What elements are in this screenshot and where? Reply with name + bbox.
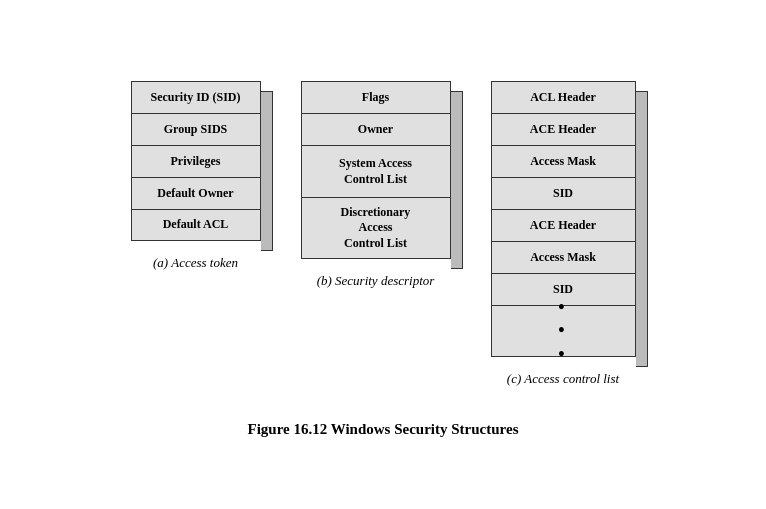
block-row: ACE Header [491,209,636,241]
block-wrapper-access-control-list: ACL HeaderACE HeaderAccess MaskSIDACE He… [491,81,636,357]
diagram-caption: (a) Access token [153,255,238,271]
block-row: Default ACL [131,209,261,241]
block-row: Security ID (SID) [131,81,261,113]
diagrams-row: Security ID (SID)Group SIDSPrivilegesDef… [131,71,636,387]
diagram-security-descriptor: FlagsOwnerSystem AccessControl ListDiscr… [301,71,451,289]
block-side-face [451,91,463,269]
diagram-caption: (c) Access control list [507,371,619,387]
block-row: Flags [301,81,451,113]
block-wrapper-access-token: Security ID (SID)Group SIDSPrivilegesDef… [131,81,261,241]
block-row: Group SIDS [131,113,261,145]
block-row: Access Mask [491,241,636,273]
block-row: Default Owner [131,177,261,209]
block-row: SID [491,177,636,209]
block-row: ••• [491,305,636,357]
block-row: System AccessControl List [301,145,451,197]
block-row: Access Mask [491,145,636,177]
block-row: Owner [301,113,451,145]
block-row: ACE Header [491,113,636,145]
figure-title: Figure 16.12 Windows Security Structures [248,421,519,438]
diagram-access-token: Security ID (SID)Group SIDSPrivilegesDef… [131,71,261,271]
diagram-caption: (b) Security descriptor [317,273,435,289]
block-row: Privileges [131,145,261,177]
block-side-face [636,91,648,367]
block-row: ACL Header [491,81,636,113]
diagram-access-control-list: ACL HeaderACE HeaderAccess MaskSIDACE He… [491,71,636,387]
block-row: DiscretionaryAccessControl List [301,197,451,259]
block-wrapper-security-descriptor: FlagsOwnerSystem AccessControl ListDiscr… [301,81,451,259]
block-side-face [261,91,273,251]
